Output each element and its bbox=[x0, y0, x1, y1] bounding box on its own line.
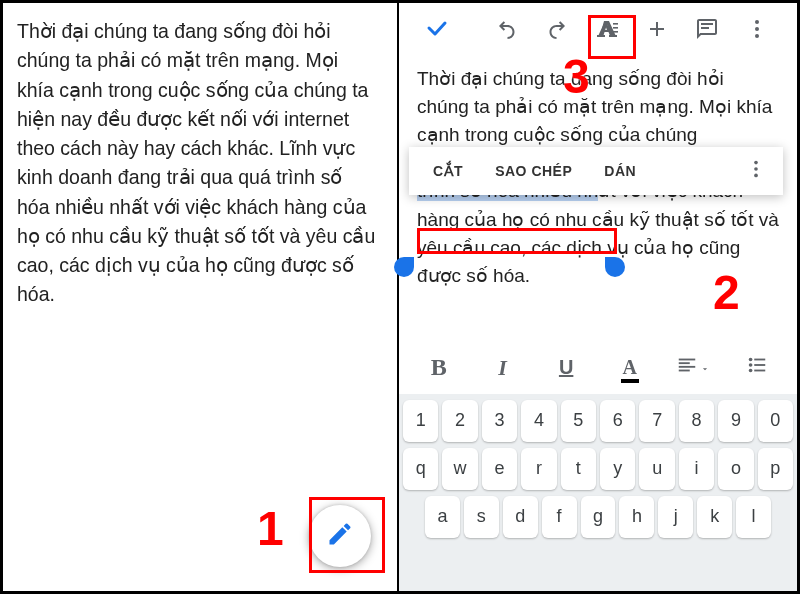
editor-pane: Thời đại chúng ta đang sống đòi hỏi chún… bbox=[399, 3, 797, 591]
redo-icon bbox=[545, 17, 569, 45]
key-t[interactable]: t bbox=[561, 448, 596, 490]
key-6[interactable]: 6 bbox=[600, 400, 635, 442]
context-copy[interactable]: SAO CHÉP bbox=[479, 163, 588, 179]
key-0[interactable]: 0 bbox=[758, 400, 793, 442]
plus-icon bbox=[645, 17, 669, 45]
key-1[interactable]: 1 bbox=[403, 400, 438, 442]
editor-toolbar bbox=[399, 3, 797, 59]
format-bar: B I U A bbox=[399, 342, 797, 394]
selection-handle-start[interactable] bbox=[394, 257, 414, 277]
key-9[interactable]: 9 bbox=[718, 400, 753, 442]
svg-point-6 bbox=[755, 27, 759, 31]
more-vert-icon bbox=[745, 17, 769, 45]
svg-rect-12 bbox=[679, 363, 690, 365]
key-8[interactable]: 8 bbox=[679, 400, 714, 442]
key-u[interactable]: u bbox=[639, 448, 674, 490]
svg-point-17 bbox=[749, 369, 753, 373]
svg-rect-2 bbox=[613, 31, 618, 33]
svg-point-8 bbox=[754, 161, 758, 165]
svg-rect-13 bbox=[679, 366, 696, 368]
context-more[interactable] bbox=[737, 158, 775, 184]
text-color-button[interactable]: A bbox=[608, 348, 652, 388]
undo-button[interactable] bbox=[485, 9, 529, 53]
comment-button[interactable] bbox=[685, 9, 729, 53]
comment-icon bbox=[695, 17, 719, 45]
svg-rect-18 bbox=[754, 359, 765, 361]
key-w[interactable]: w bbox=[442, 448, 477, 490]
key-i[interactable]: i bbox=[679, 448, 714, 490]
viewer-pane: Thời đại chúng ta đang sống đòi hỏi chún… bbox=[3, 3, 399, 591]
key-j[interactable]: j bbox=[658, 496, 693, 538]
key-4[interactable]: 4 bbox=[521, 400, 556, 442]
svg-rect-14 bbox=[679, 370, 690, 372]
svg-point-16 bbox=[749, 364, 753, 368]
selection-handle-end[interactable] bbox=[605, 257, 625, 277]
key-g[interactable]: g bbox=[581, 496, 616, 538]
key-d[interactable]: d bbox=[503, 496, 538, 538]
key-a[interactable]: a bbox=[425, 496, 460, 538]
key-y[interactable]: y bbox=[600, 448, 635, 490]
check-icon bbox=[425, 17, 449, 45]
list-button[interactable] bbox=[735, 348, 779, 388]
text-before-selection: Thời đại chúng ta đang sống đòi hỏi chún… bbox=[417, 68, 772, 145]
svg-point-15 bbox=[749, 358, 753, 362]
key-2[interactable]: 2 bbox=[442, 400, 477, 442]
svg-rect-11 bbox=[679, 359, 696, 361]
context-paste[interactable]: DÁN bbox=[588, 163, 652, 179]
edit-fab[interactable] bbox=[309, 505, 371, 567]
bold-button[interactable]: B bbox=[417, 348, 461, 388]
svg-rect-4 bbox=[701, 27, 709, 29]
key-f[interactable]: f bbox=[542, 496, 577, 538]
svg-point-9 bbox=[754, 167, 758, 171]
key-h[interactable]: h bbox=[619, 496, 654, 538]
key-3[interactable]: 3 bbox=[482, 400, 517, 442]
svg-point-7 bbox=[755, 34, 759, 38]
key-s[interactable]: s bbox=[464, 496, 499, 538]
undo-icon bbox=[495, 17, 519, 45]
text-color-label: A bbox=[623, 356, 637, 378]
italic-button[interactable]: I bbox=[480, 348, 524, 388]
align-left-icon bbox=[676, 354, 698, 381]
text-format-button[interactable] bbox=[585, 9, 629, 53]
underline-button[interactable]: U bbox=[544, 348, 588, 388]
key-5[interactable]: 5 bbox=[561, 400, 596, 442]
svg-rect-0 bbox=[613, 23, 618, 25]
done-button[interactable] bbox=[415, 9, 459, 53]
svg-rect-20 bbox=[754, 370, 765, 372]
svg-point-5 bbox=[755, 20, 759, 24]
bullet-list-icon bbox=[746, 354, 768, 381]
svg-rect-1 bbox=[613, 27, 618, 29]
insert-button[interactable] bbox=[635, 9, 679, 53]
more-button[interactable] bbox=[735, 9, 779, 53]
key-p[interactable]: p bbox=[758, 448, 793, 490]
context-cut[interactable]: CẮT bbox=[417, 163, 479, 179]
pencil-icon bbox=[326, 520, 354, 552]
document-text: Thời đại chúng ta đang sống đòi hỏi chún… bbox=[17, 17, 379, 310]
chevron-down-icon bbox=[700, 356, 710, 379]
key-r[interactable]: r bbox=[521, 448, 556, 490]
keyboard: 1234567890 qwertyuiop asdfghjkl bbox=[399, 394, 797, 591]
key-7[interactable]: 7 bbox=[639, 400, 674, 442]
context-menu: CẮT SAO CHÉP DÁN bbox=[409, 147, 783, 195]
key-o[interactable]: o bbox=[718, 448, 753, 490]
key-e[interactable]: e bbox=[482, 448, 517, 490]
key-q[interactable]: q bbox=[403, 448, 438, 490]
text-format-icon bbox=[595, 17, 619, 45]
align-button[interactable] bbox=[671, 348, 715, 388]
text-color-swatch bbox=[621, 379, 639, 383]
svg-point-10 bbox=[754, 174, 758, 178]
more-vert-icon bbox=[745, 166, 767, 183]
key-l[interactable]: l bbox=[736, 496, 771, 538]
svg-rect-19 bbox=[754, 364, 765, 366]
redo-button[interactable] bbox=[535, 9, 579, 53]
key-k[interactable]: k bbox=[697, 496, 732, 538]
svg-rect-3 bbox=[701, 23, 713, 25]
